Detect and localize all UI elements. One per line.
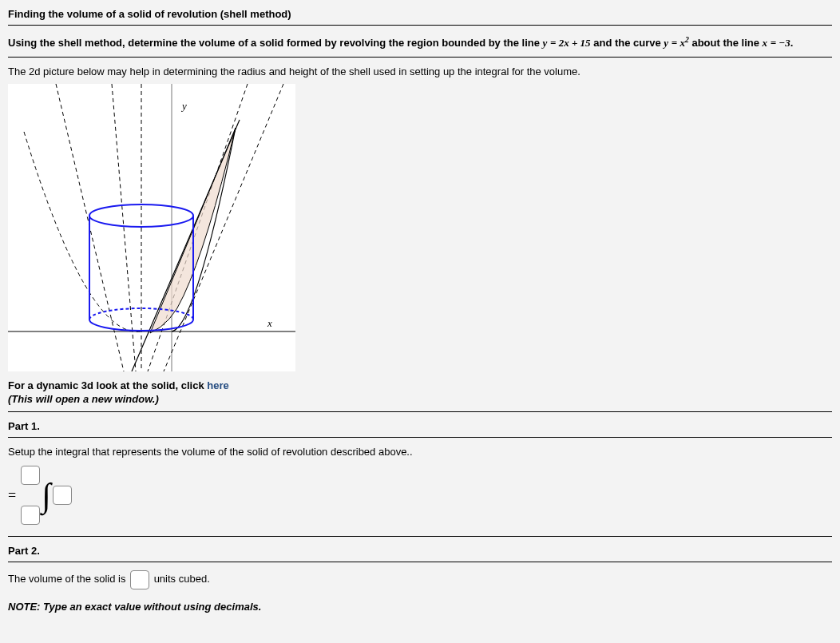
eq3-lhs: x — [763, 37, 768, 49]
divider — [8, 411, 832, 412]
volume-suffix: units cubed. — [151, 574, 210, 585]
integral-sign-icon: ∫ — [42, 481, 51, 511]
eq-sym: = — [672, 37, 680, 49]
problem-mid2: about the line — [691, 37, 762, 49]
integral-setup: = ∫ — [8, 466, 832, 525]
link-prefix: For a dynamic 3d look at the solid, clic… — [8, 379, 207, 391]
part1-label: Part 1. — [8, 420, 832, 432]
part1-instruction: Setup the integral that represents the v… — [8, 446, 832, 458]
problem-suffix: . — [790, 37, 794, 49]
eq-sym: = — [550, 37, 559, 49]
eq1-lhs: y — [543, 37, 548, 49]
part2-sentence: The volume of the solid is units cubed. — [8, 570, 832, 589]
divider — [8, 536, 832, 537]
eq2-lhs: y — [664, 37, 668, 49]
divider — [8, 562, 832, 562]
problem-statement: Using the shell method, determine the vo… — [8, 34, 832, 52]
svg-line-6 — [164, 84, 283, 371]
note-exact-value: NOTE: Type an exact value without using … — [8, 601, 832, 613]
page-title: Finding the volume of a solid of revolut… — [8, 8, 832, 20]
svg-line-7 — [132, 120, 240, 371]
figure-2d: y x — [8, 84, 295, 371]
x-axis-label: x — [267, 317, 272, 329]
here-link[interactable]: here — [207, 379, 228, 391]
part2-label: Part 2. — [8, 545, 832, 557]
volume-prefix: The volume of the solid is — [8, 574, 129, 585]
y-axis-label: y — [180, 100, 187, 112]
integral-limits — [21, 466, 40, 525]
dynamic-3d-line: For a dynamic 3d look at the solid, clic… — [8, 379, 832, 391]
divider — [8, 437, 832, 438]
shell-diagram-svg: y x — [8, 84, 295, 371]
new-window-note: (This will open a new window.) — [8, 393, 832, 405]
volume-input[interactable] — [130, 570, 149, 589]
eq1-rhs: 2x + 15 — [559, 37, 591, 49]
lower-limit-input[interactable] — [21, 506, 40, 525]
eq2-rhs: x2 — [680, 37, 688, 49]
divider — [8, 57, 832, 58]
hint-text: The 2d picture below may help in determi… — [8, 65, 832, 77]
integrand-input[interactable] — [53, 486, 72, 505]
eq-sym: = — [771, 37, 779, 49]
upper-limit-input[interactable] — [21, 466, 40, 485]
eq3-rhs: −3 — [779, 37, 790, 49]
problem-mid1: and the curve — [593, 37, 664, 49]
problem-prefix: Using the shell method, determine the vo… — [8, 37, 543, 49]
equals-sign: = — [8, 487, 16, 504]
divider — [8, 25, 832, 26]
